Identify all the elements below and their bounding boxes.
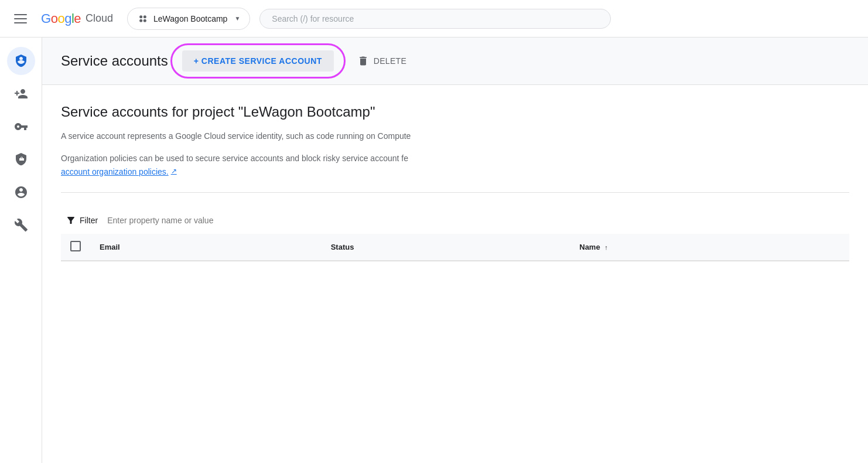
section-heading: Service accounts for project "LeWagon Bo…	[61, 104, 849, 120]
menu-button[interactable]	[9, 9, 32, 28]
dropdown-arrow-icon: ▼	[234, 15, 240, 22]
filter-label: Filter	[80, 216, 98, 225]
sidebar-item-wrench[interactable]	[7, 211, 35, 239]
content-divider	[61, 192, 849, 193]
th-email-label: Email	[100, 243, 120, 251]
create-button-label: + CREATE SERVICE ACCOUNT	[194, 56, 322, 66]
account-circle-icon	[14, 185, 28, 199]
sidebar-item-iam-admin[interactable]	[7, 47, 35, 75]
sidebar-item-person[interactable]	[7, 178, 35, 206]
th-name-label: Name	[579, 243, 600, 251]
build-icon	[14, 218, 28, 232]
shield-person-icon	[14, 54, 28, 68]
org-policy-link-text: account organization policies.	[61, 165, 169, 178]
table-wrapper: Email Status Name ↑	[61, 234, 849, 261]
svg-point-3	[143, 19, 146, 22]
th-status: Status	[322, 234, 570, 261]
org-policy-link[interactable]: account organization policies. ↗	[61, 165, 177, 178]
th-name[interactable]: Name ↑	[570, 234, 849, 261]
external-link-icon: ↗	[171, 166, 177, 177]
sort-arrow-icon: ↑	[604, 244, 608, 251]
th-status-label: Status	[331, 243, 354, 251]
shield-lock-icon	[14, 152, 28, 166]
layout: Service accounts + CREATE SERVICE ACCOUN…	[0, 38, 868, 463]
content-body: Service accounts for project "LeWagon Bo…	[42, 85, 868, 280]
org-policy-description: Organization policies can be used to sec…	[61, 152, 588, 178]
project-selector[interactable]: LeWagon Bootcamp ▼	[127, 8, 250, 30]
sidebar-item-shield-lock[interactable]	[7, 145, 35, 173]
google-cloud-logo[interactable]: Google Cloud	[41, 11, 113, 26]
delete-button[interactable]: DELETE	[348, 49, 416, 73]
th-email: Email	[90, 234, 322, 261]
person-add-icon	[14, 87, 28, 101]
vpn-key-icon	[14, 120, 28, 134]
section-description: A service account represents a Google Cl…	[61, 130, 588, 142]
delete-button-label: DELETE	[374, 56, 406, 66]
svg-point-1	[143, 15, 146, 18]
search-placeholder: Search (/) for resource	[272, 14, 354, 23]
project-icon	[137, 13, 149, 25]
topbar: Google Cloud LeWagon Bootcamp ▼ Search (…	[0, 0, 868, 38]
sidebar-item-key[interactable]	[7, 113, 35, 141]
page-header: Service accounts + CREATE SERVICE ACCOUN…	[42, 38, 868, 85]
sidebar	[0, 38, 42, 463]
filter-bar: Filter	[61, 207, 849, 234]
cloud-text: Cloud	[86, 12, 113, 25]
page-title: Service accounts	[61, 53, 168, 69]
project-name: LeWagon Bootcamp	[153, 14, 227, 23]
main-content: Service accounts + CREATE SERVICE ACCOUN…	[42, 38, 868, 463]
th-checkbox	[61, 234, 90, 261]
delete-icon	[357, 55, 369, 67]
google-logo: Google	[41, 11, 81, 26]
table-header-row: Email Status Name ↑	[61, 234, 849, 261]
svg-point-0	[139, 15, 142, 18]
sidebar-item-add-person[interactable]	[7, 80, 35, 108]
create-service-account-button[interactable]: + CREATE SERVICE ACCOUNT	[182, 50, 334, 72]
filter-input[interactable]	[107, 216, 849, 225]
filter-icon	[66, 215, 76, 226]
select-all-checkbox[interactable]	[70, 241, 81, 251]
svg-point-2	[139, 19, 142, 22]
filter-button[interactable]: Filter	[61, 212, 102, 229]
service-accounts-table: Email Status Name ↑	[61, 234, 849, 261]
search-bar[interactable]: Search (/) for resource	[259, 9, 611, 29]
